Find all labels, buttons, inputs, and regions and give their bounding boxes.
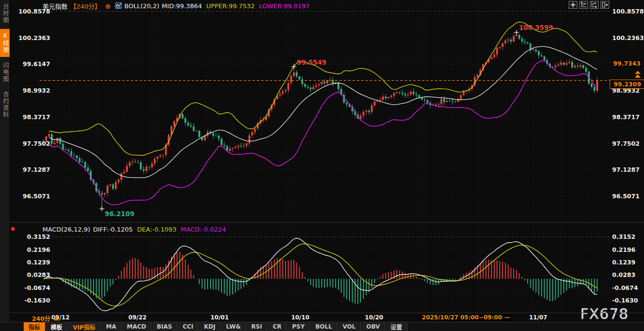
axis-label: 0.3152 xyxy=(27,233,50,240)
btn-psy[interactable]: PSY xyxy=(287,322,310,331)
kline-chart-canvas[interactable]: 99.5549100.359996.2109100.8578100.857810… xyxy=(0,0,644,314)
indicator-toolbar: 指标模板VIP指标MAMACDBIASCCIKDJLW&RSICRPSYBOLL… xyxy=(0,322,644,331)
btn-boll[interactable]: BOLL xyxy=(310,322,337,331)
axis-label: -0.0674 xyxy=(612,284,638,291)
axis-label: 100.8578 xyxy=(612,8,644,15)
btn-vol[interactable]: VOL xyxy=(337,322,361,331)
symbol-title: 美元指数 xyxy=(42,1,68,11)
axis-label: 0.1239 xyxy=(612,259,635,266)
axis-label: 0.2196 xyxy=(27,246,51,253)
tab-template[interactable]: 模板 xyxy=(45,322,68,331)
axis-label: 0.3152 xyxy=(612,233,635,240)
x-axis-label: 09/22 xyxy=(128,314,147,321)
btn-macd[interactable]: MACD xyxy=(122,322,152,331)
axis-label: 0.2196 xyxy=(612,246,636,253)
axis-label: 98.9932 xyxy=(23,87,50,94)
last-price-box: 99.2309 xyxy=(610,80,644,89)
period-label: 【240分】 xyxy=(70,1,101,11)
macd-diff-value: DIFF:-0.1205 xyxy=(93,226,133,233)
btn-ma[interactable]: MA xyxy=(101,322,122,331)
axis-label: 96.5071 xyxy=(23,193,50,200)
window-controls xyxy=(569,1,609,9)
macd-dea-value: DEA:-0.1093 xyxy=(137,226,176,233)
macd-label: MACD(26,12,9) xyxy=(42,226,90,233)
tab-vip-indicators[interactable]: VIP指标 xyxy=(68,322,101,331)
axis-label: -0.1630 xyxy=(25,297,51,304)
axis-label: 99.6147 xyxy=(23,60,50,68)
axis-label: 100.2363 xyxy=(612,34,644,41)
boll-lower-value: LOWER:99.0197 xyxy=(259,2,309,10)
axis-label: 0.0283 xyxy=(612,271,635,278)
axis-label: 0.1239 xyxy=(27,259,50,266)
btn-lw[interactable]: LW& xyxy=(221,322,246,331)
indicator-marker-icon[interactable]: ✹ xyxy=(10,225,15,233)
btn-obv[interactable]: OBV xyxy=(361,322,385,331)
tab-indicators[interactable]: 指标 xyxy=(23,322,45,331)
sidebar-item-contract-info[interactable]: 合约资料 xyxy=(0,88,10,122)
axis-label: 97.1287 xyxy=(612,166,640,173)
band-price-marker: 99.7343 xyxy=(612,60,642,67)
boll-upper-value: UPPER:99.7532 xyxy=(206,2,254,10)
jump-latest-icon[interactable] xyxy=(601,1,609,9)
axis-label: 0.0283 xyxy=(27,271,50,278)
chart-type-sidebar: 分时图K线图闪电图合约资料 xyxy=(0,0,10,331)
btn-cci[interactable]: CCI xyxy=(177,322,198,331)
axis-label: 97.7502 xyxy=(23,140,50,147)
pan-icon[interactable] xyxy=(569,1,577,9)
axis-label: 98.3717 xyxy=(23,113,50,121)
axis-label: 98.3717 xyxy=(612,113,640,121)
btn-bias[interactable]: BIAS xyxy=(152,322,178,331)
btn-cr[interactable]: CR xyxy=(267,322,287,331)
boll-mid-value: MID:99.3864 xyxy=(162,2,202,10)
btn-settings[interactable]: 设置 xyxy=(385,322,407,331)
axis-label: -0.1630 xyxy=(612,297,638,304)
x-axis-label: 11/07 xyxy=(529,314,547,321)
macd-header: MACD(26,12,9) DIFF:-0.1205 DEA:-0.1093 M… xyxy=(42,226,226,233)
swing-annotation: 99.5549 xyxy=(297,58,327,66)
axis-label: 100.2363 xyxy=(18,34,50,41)
swing-annotation: 100.3599 xyxy=(519,24,553,31)
zoom-y-axis-icon[interactable] xyxy=(579,1,588,9)
x-axis-label: 10/10 xyxy=(291,314,309,321)
sidebar-item-flash-chart[interactable]: 闪电图 xyxy=(0,59,10,86)
x-axis-label: 10/01 xyxy=(210,314,229,321)
chart-header: 美元指数 【240分】 ⊕ BOLL(20,2) MID:99.3864 UPP… xyxy=(42,1,309,11)
axis-label: -0.0674 xyxy=(25,284,51,291)
macd-value: MACD:-0.0224 xyxy=(181,226,226,233)
btn-rsi[interactable]: RSI xyxy=(246,322,267,331)
axis-label: 97.1287 xyxy=(23,166,50,173)
axis-label: 96.5071 xyxy=(612,193,640,200)
add-indicator-icon[interactable]: ⊕ xyxy=(105,3,111,9)
x-axis-strip: 09/1209/2210/0110/1010/202025/10/27 05:0… xyxy=(0,313,644,322)
zoom-x-axis-icon[interactable] xyxy=(590,1,599,9)
period-up-arrow-icon xyxy=(54,317,59,320)
x-axis-label: 10/20 xyxy=(365,314,383,321)
trading-app-window: 99.5549100.359996.2109100.8578100.857810… xyxy=(0,0,644,331)
axis-label: 97.7502 xyxy=(612,140,640,147)
kline-style-icon xyxy=(115,2,122,10)
btn-kdj[interactable]: KDJ xyxy=(198,322,221,331)
x-axis-highlight-label: 2025/10/27 05:00~09:00 — xyxy=(420,314,512,321)
sidebar-item-time-chart[interactable]: 分时图 xyxy=(0,0,10,27)
swing-annotation: 96.2109 xyxy=(105,210,135,218)
boll-label: BOLL(20,2) xyxy=(125,2,160,10)
sidebar-item-kline-chart[interactable]: K线图 xyxy=(0,29,10,57)
